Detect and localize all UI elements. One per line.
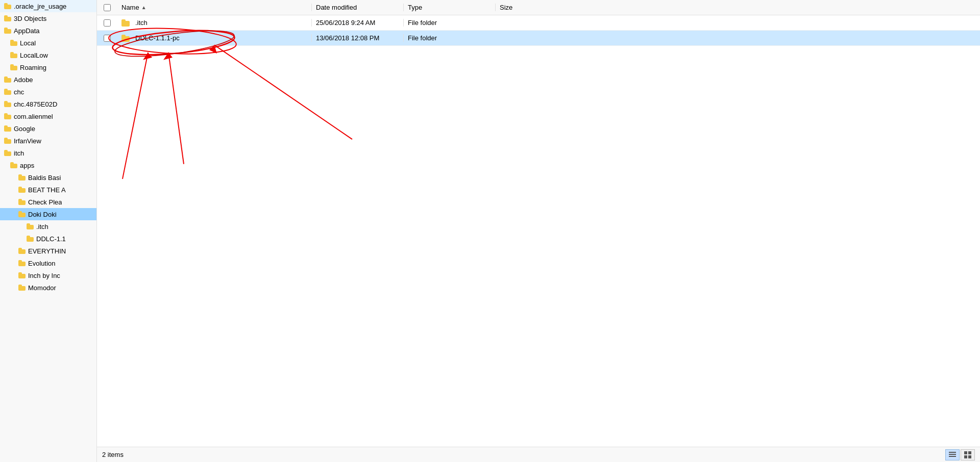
sidebar-item-baldis[interactable]: Baldis Basi	[0, 171, 96, 184]
file-name-cell: DDLC-1.1.1-pc	[117, 34, 311, 42]
sidebar-item-label: AppData	[14, 27, 40, 35]
column-size-label: Size	[500, 4, 512, 11]
folder-icon	[18, 199, 26, 205]
svg-marker-4	[143, 53, 152, 60]
sidebar-item-chc4875[interactable]: chc.4875E02D	[0, 98, 96, 110]
svg-line-5	[168, 53, 184, 164]
sidebar-item-label: .itch	[36, 223, 48, 230]
sidebar-item-adobe[interactable]: Adobe	[0, 73, 96, 86]
file-name-label: .itch	[135, 19, 148, 27]
sidebar-item-apps[interactable]: apps	[0, 159, 96, 171]
folder-icon	[4, 3, 11, 9]
sidebar-item-label: Local	[20, 39, 36, 47]
file-date-label: 25/06/2018 9:24 AM	[316, 19, 375, 27]
svg-rect-12	[964, 451, 967, 454]
view-buttons	[945, 449, 975, 460]
sidebar-item-label: IrfanView	[14, 137, 41, 145]
sidebar-item-itch[interactable]: itch	[0, 147, 96, 159]
sidebar-items: .oracle_jre_usage 3D Objects AppData Loc…	[0, 0, 96, 294]
svg-rect-9	[949, 452, 956, 453]
folder-icon	[10, 162, 17, 168]
status-bar: 2 items	[97, 447, 980, 462]
column-date-label: Date modified	[316, 4, 357, 11]
svg-line-7	[214, 45, 352, 139]
sidebar-item-inch-by-inc[interactable]: Inch by Inc	[0, 269, 96, 281]
sidebar-item-check-plea[interactable]: Check Plea	[0, 196, 96, 208]
folder-icon	[4, 113, 11, 119]
sidebar-item-evolution[interactable]: Evolution	[0, 257, 96, 269]
folder-icon	[10, 40, 17, 46]
sidebar-item-3d-objects[interactable]: 3D Objects	[0, 12, 96, 24]
main-container: .oracle_jre_usage 3D Objects AppData Loc…	[0, 0, 980, 462]
view-details-button[interactable]	[945, 449, 960, 460]
row-checkbox-area[interactable]	[97, 35, 117, 42]
sidebar-item-label: EVERYTHIN	[28, 247, 66, 255]
folder-icon	[4, 125, 11, 132]
file-date-cell: 13/06/2018 12:08 PM	[311, 34, 403, 42]
column-name[interactable]: Name ▲	[117, 4, 311, 11]
sidebar-item-label: chc	[14, 88, 24, 96]
folder-icon	[4, 150, 11, 156]
column-size[interactable]: Size	[495, 4, 546, 11]
file-date-label: 13/06/2018 12:08 PM	[316, 34, 379, 42]
sidebar-item-doki-doki[interactable]: Doki Doki	[0, 208, 96, 220]
sidebar-item-label: Check Plea	[28, 198, 62, 206]
sidebar-item-locallow[interactable]: LocalLow	[0, 49, 96, 61]
sidebar-item-label: apps	[20, 162, 34, 169]
sidebar-item-label: Momodor	[28, 284, 56, 292]
select-all-checkbox-area[interactable]	[97, 4, 117, 11]
sidebar-item-ddlc-sub[interactable]: DDLC-1.1	[0, 233, 96, 245]
sidebar-item-label: Evolution	[28, 260, 55, 267]
sidebar-item-momodor[interactable]: Momodor	[0, 281, 96, 294]
folder-icon	[10, 64, 17, 70]
row-checkbox-area[interactable]	[97, 19, 117, 27]
folder-icon	[10, 52, 17, 58]
column-type-label: Type	[408, 4, 422, 11]
folder-icon	[4, 89, 11, 95]
svg-rect-13	[968, 451, 971, 454]
folder-icon	[121, 35, 130, 42]
row-checkbox[interactable]	[104, 19, 111, 27]
folder-icon	[18, 272, 26, 278]
sidebar-item-everything[interactable]: EVERYTHIN	[0, 245, 96, 257]
row-checkbox[interactable]	[104, 35, 111, 42]
folder-icon	[27, 236, 34, 242]
sidebar-item-irfanview[interactable]: IrfanView	[0, 135, 96, 147]
folder-icon	[18, 260, 26, 266]
sidebar-item-chc[interactable]: chc	[0, 86, 96, 98]
sidebar-item-label: chc.4875E02D	[14, 100, 57, 108]
sidebar-item-dot-itch[interactable]: .itch	[0, 220, 96, 233]
sidebar-item-label: com.alienmel	[14, 113, 53, 120]
sidebar-item-oracle-jre[interactable]: .oracle_jre_usage	[0, 0, 96, 12]
sidebar-item-label: Inch by Inc	[28, 272, 60, 279]
table-row[interactable]: .itch 25/06/2018 9:24 AM File folder	[97, 15, 980, 31]
file-list: .itch 25/06/2018 9:24 AM File folder	[97, 15, 980, 447]
column-name-label: Name	[121, 4, 139, 11]
folder-icon	[18, 174, 26, 181]
file-type-label: File folder	[408, 19, 437, 27]
folder-icon	[18, 248, 26, 254]
annotation-overlay	[97, 15, 980, 447]
large-icons-view-icon	[964, 451, 971, 458]
content-wrapper: Name ▲ Date modified Type Size	[97, 0, 980, 462]
svg-rect-10	[949, 454, 956, 455]
column-date-modified[interactable]: Date modified	[311, 4, 403, 11]
sidebar-item-label: .oracle_jre_usage	[14, 3, 66, 10]
svg-rect-14	[964, 455, 967, 458]
select-all-checkbox[interactable]	[104, 4, 111, 11]
column-type[interactable]: Type	[403, 4, 495, 11]
sidebar-item-com-alien[interactable]: com.alienmel	[0, 110, 96, 122]
table-row[interactable]: DDLC-1.1.1-pc 13/06/2018 12:08 PM File f…	[97, 31, 980, 46]
sidebar-item-appdata[interactable]: AppData	[0, 24, 96, 37]
sidebar-item-label: BEAT THE A	[28, 186, 66, 194]
view-large-icons-button[interactable]	[961, 449, 975, 460]
status-items-count: 2 items	[102, 451, 124, 458]
sidebar-item-google[interactable]: Google	[0, 122, 96, 135]
file-type-cell: File folder	[403, 34, 495, 42]
sidebar-item-roaming[interactable]: Roaming	[0, 61, 96, 73]
sidebar-item-beat-the[interactable]: BEAT THE A	[0, 184, 96, 196]
file-type-cell: File folder	[403, 19, 495, 27]
folder-icon	[18, 187, 26, 193]
file-type-label: File folder	[408, 34, 437, 42]
sidebar-item-local[interactable]: Local	[0, 37, 96, 49]
